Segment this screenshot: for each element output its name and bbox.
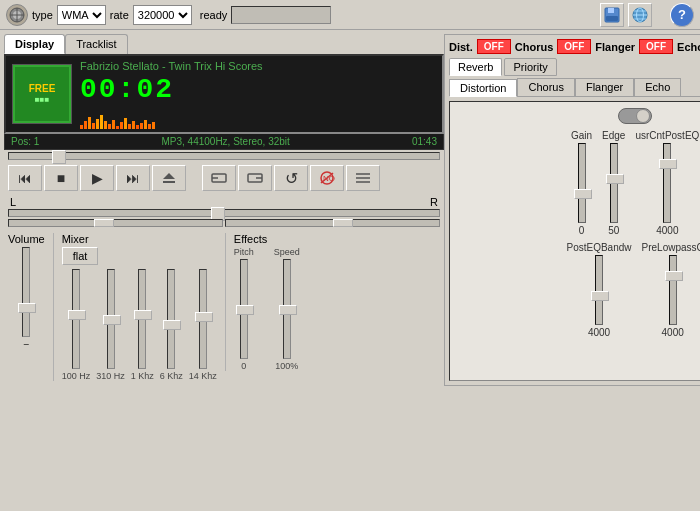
mixer-fader-track-3[interactable] (138, 269, 146, 369)
mixer-fader-4: 6 Khz (160, 269, 183, 381)
mute-button[interactable]: NO (310, 165, 344, 191)
distortion-toggle-switch[interactable] (618, 108, 652, 124)
edge-value: 50 (608, 225, 619, 236)
duration-text: 01:43 (412, 136, 437, 147)
param-gain: Gain 0 (571, 130, 592, 236)
edge-fader[interactable] (610, 143, 618, 223)
prelowpass-fader[interactable] (669, 255, 677, 325)
album-art: FREE ■■■ (12, 64, 72, 124)
gain-thumb[interactable] (574, 189, 592, 199)
rate-select[interactable]: 320000192000128000 (133, 5, 192, 25)
pitch-speed-group: Pitch 0 Speed 100% (234, 247, 300, 371)
player-info: Fabrizio Stellato - Twin Trix Hi Scores … (80, 60, 436, 129)
eq-track-left[interactable] (8, 219, 223, 227)
stop-button[interactable]: ■ (44, 165, 78, 191)
equalizer-button[interactable] (346, 165, 380, 191)
mixer-fader-track-2[interactable] (107, 269, 115, 369)
track-title: Fabrizio Stellato - Twin Trix Hi Scores (80, 60, 436, 72)
inner-tab-chorus[interactable]: Chorus (517, 78, 574, 96)
mixer-fader-track-1[interactable] (72, 269, 80, 369)
save-button[interactable] (600, 3, 624, 27)
repeat-button[interactable]: ↺ (274, 165, 308, 191)
mixer-fader-thumb-5[interactable] (195, 312, 213, 322)
seek-track[interactable] (8, 152, 440, 160)
effects-section: Effects Pitch 0 Speed 100% (225, 233, 300, 371)
chorus-toggle[interactable]: OFF (557, 39, 591, 54)
right-panel: Dist. OFF Chorus OFF Flanger OFF Echo OF… (444, 34, 700, 386)
usr-thumb[interactable] (659, 159, 677, 169)
network-button[interactable] (628, 3, 652, 27)
tab-reverb[interactable]: Reverb (449, 58, 502, 76)
effects-inner-tabs: Distortion Chorus Flanger Echo (449, 78, 700, 97)
mixer-fader-thumb-1[interactable] (68, 310, 86, 320)
usr-label: usrCntPostEQ (635, 130, 699, 141)
mixer-band-4: 6 Khz (160, 371, 183, 381)
spectrum-bars (80, 109, 436, 129)
gain-fader[interactable] (578, 143, 586, 223)
mixer-fader-3: 1 Khz (131, 269, 154, 381)
bottom-section: Volume – Mixer flat 100 Hz (4, 229, 444, 385)
balance-track[interactable] (8, 209, 440, 217)
flat-button[interactable]: flat (62, 247, 99, 265)
chorus-label: Chorus (515, 41, 554, 53)
usr-value: 4000 (656, 225, 678, 236)
speed-label: Speed (274, 247, 300, 257)
posteq-thumb[interactable] (591, 291, 609, 301)
volume-label: Volume (8, 233, 45, 245)
play-button[interactable]: ▶ (80, 165, 114, 191)
forward-button[interactable]: ⏭ (116, 165, 150, 191)
dist-toggle[interactable]: OFF (477, 39, 511, 54)
speed-thumb[interactable] (279, 305, 297, 315)
inner-tab-echo[interactable]: Echo (634, 78, 681, 96)
mixer-fader-2: 310 Hz (96, 269, 125, 381)
volume-thumb[interactable] (18, 303, 36, 313)
seek-thumb[interactable] (52, 150, 66, 164)
svg-rect-6 (606, 16, 618, 21)
speed-value: 100% (275, 361, 298, 371)
format-select[interactable]: WMAMP3OGG (57, 5, 106, 25)
left-panel: Display Tracklist FREE ■■■ Fabrizio Stel… (4, 34, 444, 386)
gain-label: Gain (571, 130, 592, 141)
eject-button[interactable] (152, 165, 186, 191)
eq-thumb-left[interactable] (94, 219, 114, 227)
flanger-label: Flanger (595, 41, 635, 53)
prelowpass-label: PreLowpassC (642, 242, 700, 253)
param-row-2: PostEQBandw 4000 PreLowpassC 4000 (456, 242, 700, 338)
help-button[interactable]: ? (670, 3, 694, 27)
posteq-fader[interactable] (595, 255, 603, 325)
pitch-fader[interactable] (240, 259, 248, 359)
inner-tab-flanger[interactable]: Flanger (575, 78, 634, 96)
edge-thumb[interactable] (606, 174, 624, 184)
mixer-fader-track-5[interactable] (199, 269, 207, 369)
usr-fader[interactable] (663, 143, 671, 223)
mixer-fader-track-4[interactable] (167, 269, 175, 369)
prelowpass-thumb[interactable] (665, 271, 683, 281)
tab-tracklist[interactable]: Tracklist (65, 34, 128, 54)
ab-end-button[interactable] (238, 165, 272, 191)
mixer-band-5: 14 Khz (189, 371, 217, 381)
mixer-fader-1: 100 Hz (62, 269, 91, 381)
flanger-toggle[interactable]: OFF (639, 39, 673, 54)
toggle-knob (636, 109, 650, 123)
eq-thumb-right[interactable] (333, 219, 353, 227)
param-row-1: Gain 0 Edge 50 usrCntPostEQ (456, 130, 700, 236)
time-progress-bar (231, 6, 331, 24)
mixer-fader-thumb-4[interactable] (163, 320, 181, 330)
tab-priority[interactable]: Priority (504, 58, 556, 76)
inner-tab-distortion[interactable]: Distortion (449, 79, 517, 97)
pitch-label: Pitch (234, 247, 254, 257)
eq-track-right[interactable] (225, 219, 440, 227)
volume-fader[interactable] (22, 247, 30, 337)
mixer-fader-thumb-3[interactable] (134, 310, 152, 320)
effects-top-row: Dist. OFF Chorus OFF Flanger OFF Echo OF… (449, 39, 700, 54)
mixer-fader-thumb-2[interactable] (103, 315, 121, 325)
transport-right: ↺ NO (202, 165, 380, 191)
pitch-thumb[interactable] (236, 305, 254, 315)
speed-fader[interactable] (283, 259, 291, 359)
rewind-button[interactable]: ⏮ (8, 165, 42, 191)
tab-display[interactable]: Display (4, 34, 65, 54)
type-label: type (32, 9, 53, 21)
app-icon (6, 4, 28, 26)
svg-rect-13 (163, 181, 175, 183)
ab-start-button[interactable] (202, 165, 236, 191)
